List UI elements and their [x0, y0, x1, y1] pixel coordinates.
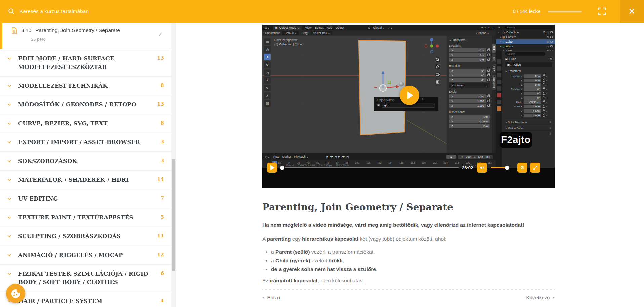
rotation-field[interactable]: Y0° [449, 73, 486, 77]
video-player[interactable]: ▤⌄ ▣Object Mode⌄ View Select Add Object … [262, 25, 555, 188]
lock-icon[interactable] [487, 105, 490, 107]
jump-end-button[interactable]: ▶| [347, 155, 348, 158]
location-field[interactable]: Z0 m [449, 58, 486, 62]
scale-field[interactable]: X1.000 [449, 94, 486, 98]
location-field[interactable]: Y0 m [449, 53, 486, 57]
pin-icon[interactable]: ⚲ [550, 57, 552, 61]
scene-props-tab[interactable] [497, 80, 501, 84]
sidebar-section-row[interactable]: ANIMÁCIÓ / RIGGELÉS / MOCAP 12 [0, 246, 171, 265]
fullscreen-icon[interactable] [598, 7, 606, 16]
move-tool[interactable]: ✛ [264, 54, 271, 60]
frame-range-fields[interactable]: ◷ Start1 End250 [458, 155, 493, 159]
output-props-tab[interactable] [497, 66, 501, 71]
video-play-overlay-button[interactable] [400, 86, 419, 105]
lock-icon[interactable] [543, 84, 545, 86]
outliner-search[interactable]: Search [505, 26, 553, 29]
render-props-tab[interactable] [497, 59, 501, 64]
current-frame-field[interactable]: 1 [446, 155, 456, 159]
object-props-tab[interactable] [497, 106, 501, 111]
lock-icon[interactable] [543, 75, 545, 77]
scale-field[interactable]: Y1.000 [449, 99, 486, 103]
properties-search[interactable]: Search [505, 52, 545, 56]
constraints-props-tab[interactable] [497, 100, 501, 104]
lock-icon[interactable] [487, 95, 490, 97]
outliner-cube-row-selected[interactable]: ▸▽ Cube [496, 39, 555, 44]
video-play-button[interactable] [267, 163, 277, 173]
transform-row[interactable]: Z 0° • [505, 96, 552, 100]
video-fullscreen-button[interactable] [530, 163, 540, 173]
location-field[interactable]: X0 m [449, 48, 486, 52]
transform-row[interactable]: Y 0° • [505, 92, 552, 95]
transform-row[interactable]: Y 0 m • [505, 79, 552, 82]
dimension-field[interactable]: Z2 m [449, 124, 490, 128]
eye-icon[interactable] [547, 32, 549, 33]
collapsed-panel[interactable]: ▸ Delta Transform≡ [505, 119, 552, 125]
play-forward-button[interactable]: ▶ [338, 155, 340, 158]
volume-button[interactable] [477, 163, 487, 173]
camera-toggle-icon[interactable] [550, 45, 553, 47]
settings-button[interactable]: ⚙ [517, 163, 527, 173]
transform-row[interactable]: Location X 0 m • [505, 74, 552, 78]
cursor-tool[interactable]: ◎ [264, 46, 271, 53]
rotation-mode-dropdown[interactable]: XYZ Euler⌄ [449, 83, 490, 88]
lock-icon[interactable] [487, 54, 490, 56]
lock-icon[interactable] [543, 88, 545, 90]
eye-icon[interactable] [547, 41, 549, 43]
lock-icon[interactable] [543, 115, 545, 117]
lock-icon[interactable] [543, 80, 545, 82]
sidebar-scrollbar-thumb[interactable] [172, 159, 175, 271]
lock-icon[interactable] [543, 97, 545, 99]
sidebar-section-row[interactable]: SCULPTING / SZOBRÁSZKODÁS 11 [0, 227, 171, 246]
transform-row[interactable]: Z 1.000 • [505, 114, 552, 117]
dimension-field[interactable]: X1 m [449, 115, 490, 119]
seek-handle[interactable] [280, 166, 284, 170]
viewlayer-props-tab[interactable] [497, 73, 501, 77]
next-lesson-link[interactable]: Következő ▸ [526, 295, 555, 300]
transform-row[interactable]: Y 1.000 • [505, 109, 552, 113]
transform-row[interactable]: Mode XYZ Eu... • [505, 100, 552, 104]
rotation-field[interactable]: X0° [449, 69, 486, 73]
dimension-field[interactable]: Y0.05 m [449, 119, 490, 123]
tab-item[interactable]: Item [492, 44, 496, 53]
sidebar-section-row[interactable]: CURVE, BEZIER, SVG, TEXT 8 [0, 114, 171, 133]
cookie-consent-button[interactable] [6, 284, 25, 303]
tab-animation[interactable]: Animation [492, 75, 496, 90]
outliner-kilincs-row[interactable]: ▸▽ kilincs [496, 44, 555, 49]
camera-toggle-icon[interactable] [550, 36, 553, 38]
sidebar-section-row[interactable]: TEXTURE PAINT / TEXTÚRAFESTÉS 5 [0, 208, 171, 227]
physics-props-tab[interactable] [497, 93, 501, 97]
volume-slider[interactable] [491, 167, 509, 168]
lock-icon[interactable] [543, 110, 545, 112]
sidebar-section-row[interactable]: MÓDOSÍTÓK / GEONODES / RETOPO 13 [0, 95, 171, 114]
select-box-tool[interactable]: ▭ [264, 38, 271, 45]
transform-tool[interactable]: ⌖ [264, 77, 271, 84]
tab-view[interactable]: View [492, 64, 496, 73]
outliner-camera-row[interactable]: ▸◪ Camera [496, 35, 555, 39]
eye-icon[interactable] [547, 46, 549, 47]
camera-toggle-icon[interactable] [550, 41, 553, 43]
outliner-collection-row[interactable]: ⌄🗀 Collection ☑ [496, 30, 555, 35]
sidebar-section-row[interactable]: UV EDITING 7 [0, 189, 171, 208]
transform-row[interactable]: Scale X 1.000 • [505, 105, 552, 108]
sidebar-section-row[interactable]: EDIT MODE / HARD SURFACE MODELLEZÉSI ESZ… [0, 49, 171, 77]
lock-icon[interactable] [487, 59, 490, 61]
prev-keyframe-button[interactable]: ◀◀ [330, 155, 333, 158]
rotate-tool[interactable]: ↻ [264, 61, 271, 68]
eye-icon[interactable] [547, 36, 549, 38]
lock-icon[interactable] [543, 93, 545, 95]
search-input[interactable] [19, 8, 161, 14]
lock-icon[interactable] [487, 79, 490, 81]
seek-track[interactable] [285, 167, 459, 168]
world-props-tab[interactable] [497, 86, 501, 91]
sidebar-section-row[interactable]: MATERIALOK / SHADEREK / HDRI 14 [0, 171, 171, 189]
scale-field[interactable]: Z1.000 [449, 104, 486, 108]
course-search[interactable] [0, 8, 513, 15]
collapsed-panel[interactable]: ▸ Motion Paths≡ [505, 125, 552, 131]
lock-icon[interactable] [487, 70, 490, 72]
rotation-field[interactable]: Z0° [449, 78, 486, 82]
sidebar-section-row[interactable]: SOKSZOROZÁSOK 3 [0, 152, 171, 171]
sidebar-scrollbar[interactable] [171, 23, 175, 307]
add-cube-tool[interactable]: ▧ [264, 100, 271, 107]
lock-icon[interactable] [543, 106, 545, 108]
sidebar-section-row[interactable]: FIZIKAI TESTEK SZIMULÁCIÓJA / RIGID BODY… [0, 265, 171, 292]
